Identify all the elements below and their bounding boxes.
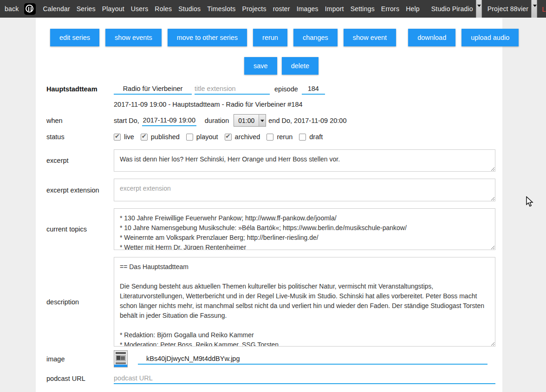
- nav-help[interactable]: Help: [403, 5, 423, 13]
- nav-users[interactable]: Users: [128, 5, 152, 13]
- published-checkbox[interactable]: [141, 134, 148, 141]
- image-filename-input[interactable]: [138, 353, 488, 365]
- episode-label: episode: [274, 85, 298, 93]
- status-archived[interactable]: archived: [225, 133, 260, 141]
- duration-select[interactable]: 01:00: [234, 114, 266, 127]
- duration-select-value: 01:00: [234, 115, 259, 126]
- nav-errors[interactable]: Errors: [378, 5, 403, 13]
- mouse-cursor: [526, 196, 536, 207]
- chevron-down-icon[interactable]: [531, 0, 537, 18]
- draft-checkbox[interactable]: [299, 134, 306, 141]
- series-name-label: Hauptstadtteam: [46, 85, 114, 93]
- when-label: when: [46, 117, 114, 124]
- podcast-url-input[interactable]: [114, 373, 495, 384]
- edit-series-button[interactable]: edit series: [50, 29, 99, 46]
- status-label: status: [46, 133, 114, 141]
- playout-checkbox-label[interactable]: playout: [196, 133, 218, 141]
- thumbnail-art: [116, 362, 126, 364]
- start-datetime-input[interactable]: [142, 115, 196, 126]
- live-checkbox[interactable]: [114, 134, 121, 141]
- nav-import[interactable]: Import: [322, 5, 347, 13]
- logo-pause-bars: [28, 7, 32, 11]
- status-live[interactable]: live: [114, 133, 134, 141]
- rerun-checkbox-label[interactable]: rerun: [277, 133, 292, 141]
- thumbnail-blue-bar: [114, 365, 127, 367]
- duration-label: duration: [205, 117, 229, 124]
- event-edit-panel: edit series show events move to other se…: [36, 18, 502, 392]
- toolbar-save-delete: save delete: [244, 57, 502, 75]
- nav-studios[interactable]: Studios: [175, 5, 204, 13]
- studio-select[interactable]: Studio Piradio: [428, 0, 482, 18]
- changes-button[interactable]: changes: [293, 29, 338, 46]
- thumbnail-art: [116, 352, 126, 354]
- when-row: when start Do, duration 01:00 end Do, 20…: [46, 114, 502, 127]
- event-title-row: 2017-11-09 19:00 - Hauptstadtteam - Radi…: [46, 101, 502, 108]
- current-topics-label: current topics: [46, 225, 114, 233]
- status-published[interactable]: published: [141, 133, 180, 141]
- archived-checkbox-label[interactable]: archived: [235, 133, 260, 141]
- excerpt-label: excerpt: [46, 157, 114, 164]
- project-select-value: Project 88vier: [484, 5, 531, 13]
- podcast-url-label: podcast URL: [46, 375, 114, 382]
- image-thumbnail[interactable]: [114, 350, 128, 367]
- top-navigation: back Calendar Series Playout Users Roles…: [0, 0, 546, 18]
- delete-button[interactable]: delete: [282, 57, 319, 75]
- save-button[interactable]: save: [244, 57, 277, 75]
- show-event-button[interactable]: show event: [344, 29, 396, 46]
- nav-series[interactable]: Series: [73, 5, 99, 13]
- nav-projects[interactable]: Projects: [239, 5, 269, 13]
- studio-select-value: Studio Piradio: [428, 5, 476, 13]
- podcast-url-row: podcast URL: [46, 373, 502, 384]
- nav-roles[interactable]: Roles: [151, 5, 175, 13]
- toolbar-primary: edit series show events move to other se…: [50, 29, 491, 46]
- chevron-down-icon: [259, 115, 266, 126]
- nav-playout[interactable]: Playout: [99, 5, 128, 13]
- show-events-button[interactable]: show events: [105, 29, 162, 46]
- status-row: status live published playout archived r…: [46, 133, 502, 141]
- archived-checkbox[interactable]: [225, 134, 232, 141]
- image-row: image: [46, 350, 502, 367]
- live-checkbox-label[interactable]: live: [124, 133, 134, 141]
- excerpt-extension-row: excerpt extension: [46, 172, 502, 201]
- upload-audio-button[interactable]: upload audio: [462, 29, 519, 46]
- image-label: image: [46, 355, 114, 363]
- nav-timeslots[interactable]: Timeslots: [204, 5, 239, 13]
- excerpt-textarea[interactable]: Was ist denn hier los? Herr Schinski, He…: [114, 149, 495, 172]
- title-row: Hauptstadtteam episode: [46, 84, 502, 95]
- move-to-other-series-button[interactable]: move to other series: [168, 29, 247, 46]
- app-logo-icon[interactable]: [24, 3, 36, 15]
- chevron-down-icon[interactable]: [476, 0, 482, 18]
- excerpt-extension-label: excerpt extension: [46, 186, 114, 194]
- start-label: start Do,: [114, 117, 139, 124]
- draft-checkbox-label[interactable]: draft: [309, 133, 323, 141]
- thumbnail-art: [117, 356, 120, 360]
- description-row: description == Das Hauptstadtteam Die Se…: [46, 250, 502, 347]
- excerpt-extension-textarea[interactable]: [114, 179, 495, 201]
- thumbnail-art: [121, 356, 125, 360]
- project-select[interactable]: Project 88vier: [484, 0, 537, 18]
- current-topics-row: current topics * 130 Jahre Freiwillige F…: [46, 201, 502, 250]
- rerun-button[interactable]: rerun: [253, 29, 287, 46]
- published-checkbox-label[interactable]: published: [151, 133, 180, 141]
- event-full-title: 2017-11-09 19:00 - Hauptstadtteam - Radi…: [114, 101, 303, 108]
- playout-checkbox[interactable]: [186, 134, 193, 141]
- nav-back[interactable]: back: [0, 5, 22, 13]
- status-playout[interactable]: playout: [186, 133, 218, 141]
- description-textarea[interactable]: == Das Hauptstadtteam Die Sendung besteh…: [114, 257, 495, 347]
- episode-input[interactable]: [302, 84, 325, 95]
- nav-settings[interactable]: Settings: [347, 5, 378, 13]
- download-button[interactable]: download: [408, 29, 455, 46]
- title-extension-input[interactable]: [195, 84, 270, 95]
- logout-link[interactable]: Logout: [542, 5, 546, 13]
- current-topics-textarea[interactable]: * 130 Jahre Freiwillige Feuerwehr Pankow…: [114, 208, 495, 250]
- excerpt-row: excerpt Was ist denn hier los? Herr Schi…: [46, 141, 502, 172]
- rerun-checkbox[interactable]: [266, 134, 273, 141]
- nav-roster[interactable]: roster: [270, 5, 293, 13]
- description-label: description: [46, 298, 114, 306]
- nav-images[interactable]: Images: [293, 5, 322, 13]
- nav-calendar[interactable]: Calendar: [39, 5, 73, 13]
- end-label: end Do, 2017-11-09 20:00: [268, 117, 346, 124]
- status-rerun[interactable]: rerun: [266, 133, 292, 141]
- title-input[interactable]: [114, 84, 192, 95]
- status-draft[interactable]: draft: [299, 133, 323, 141]
